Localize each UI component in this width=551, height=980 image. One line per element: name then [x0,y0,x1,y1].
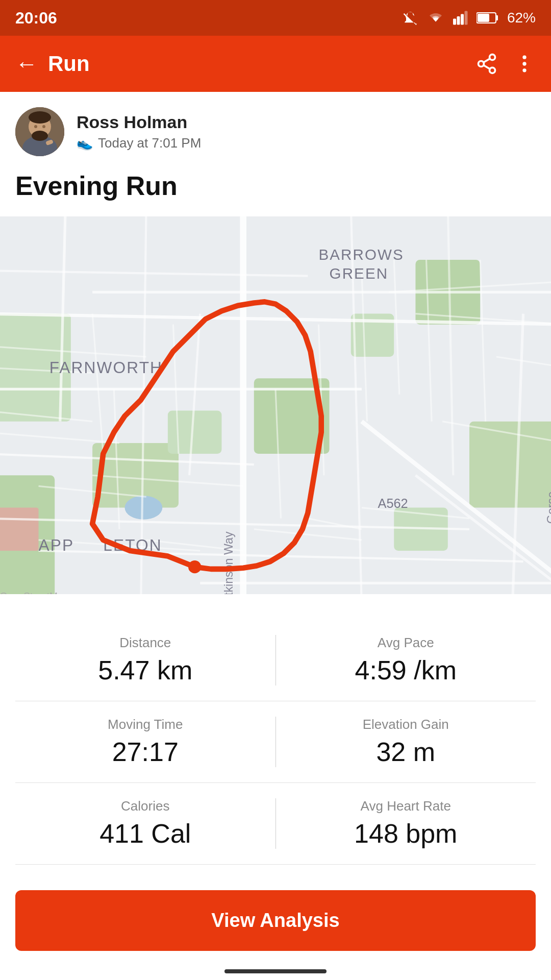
user-name: Ross Holman [77,112,201,132]
distance-value: 5.47 km [98,655,192,685]
heart-rate-label: Avg Heart Rate [361,798,451,814]
heart-rate-value: 148 bpm [354,818,457,849]
battery-text: 62% [507,10,536,26]
view-analysis-button[interactable]: View Analysis [15,890,536,951]
svg-text:APP: APP [39,536,74,554]
app-bar: ← Run [0,36,551,92]
avatar [15,107,64,156]
status-icons: 62% [402,10,536,26]
app-bar-actions [475,53,536,75]
back-button[interactable]: ← [15,53,38,75]
mute-icon [402,10,418,26]
calories-label: Calories [121,798,169,814]
stat-distance: Distance 5.47 km [15,635,276,685]
map-container[interactable]: BARROWS GREEN FARNWORTH APP LETON Watkin… [0,216,551,594]
svg-point-21 [42,125,45,128]
elevation-value: 32 m [376,737,435,767]
svg-rect-2 [461,14,464,25]
svg-rect-3 [464,11,467,25]
battery-icon [477,12,499,24]
stat-heart-rate: Avg Heart Rate 148 bpm [276,798,536,849]
svg-text:FARNWORTH: FARNWORTH [49,358,163,377]
svg-point-20 [34,125,37,128]
stats-row-2: Moving Time 27:17 Elevation Gain 32 m [15,701,536,783]
stats-section: Distance 5.47 km Avg Pace 4:59 /km Movin… [0,594,551,978]
signal-icon [453,11,468,25]
stat-elevation: Elevation Gain 32 m [276,717,536,767]
more-options-icon[interactable] [513,53,536,75]
svg-rect-0 [453,19,456,25]
shoe-icon: 👟 [77,135,93,151]
svg-rect-31 [469,422,551,508]
home-bar [224,969,327,973]
share-icon[interactable] [475,53,498,75]
svg-rect-6 [478,14,489,22]
stat-moving-time: Moving Time 27:17 [15,717,276,767]
user-info: Ross Holman 👟 Today at 7:01 PM [77,112,201,151]
svg-point-85 [188,560,201,573]
user-time-row: 👟 Today at 7:01 PM [77,135,201,151]
content-area: Ross Holman 👟 Today at 7:01 PM Evening R… [0,92,551,201]
svg-line-10 [484,65,490,69]
svg-text:BARROWS: BARROWS [318,246,404,263]
stats-row-1: Distance 5.47 km Avg Pace 4:59 /km [15,620,536,701]
svg-point-18 [29,111,51,124]
distance-label: Distance [119,635,171,651]
app-bar-left: ← Run [15,52,90,76]
svg-rect-5 [496,15,498,20]
svg-point-19 [32,131,48,141]
svg-point-12 [522,56,526,59]
status-bar: 20:06 62% [0,0,551,36]
activity-title: Evening Run [15,170,536,201]
status-time: 20:06 [15,9,57,28]
wifi-icon [427,11,445,25]
svg-text:© OpenStreetMap: © OpenStreetMap [0,591,68,594]
svg-rect-27 [168,411,222,454]
stat-avg-pace: Avg Pace 4:59 /km [276,635,536,685]
user-timestamp: Today at 7:01 PM [98,135,201,151]
avg-pace-value: 4:59 /km [355,655,457,685]
svg-line-11 [484,59,490,62]
svg-point-33 [124,496,162,519]
calories-value: 411 Cal [99,818,191,849]
svg-rect-34 [0,508,39,551]
home-indicator [15,961,536,978]
moving-time-value: 27:17 [112,737,179,767]
elevation-label: Elevation Gain [363,717,449,732]
user-row: Ross Holman 👟 Today at 7:01 PM [15,107,536,156]
stat-calories: Calories 411 Cal [15,798,276,849]
svg-rect-1 [457,16,460,25]
svg-text:GREEN: GREEN [330,265,389,282]
svg-point-14 [522,68,526,72]
svg-point-13 [522,62,526,65]
svg-text:Watkinson Way: Watkinson Way [222,531,235,594]
svg-text:Gorse: Gorse [545,492,551,524]
stats-row-3: Calories 411 Cal Avg Heart Rate 148 bpm [15,783,536,865]
app-bar-title: Run [48,52,90,76]
svg-text:A562: A562 [378,496,408,510]
map-svg: BARROWS GREEN FARNWORTH APP LETON Watkin… [0,216,551,594]
avg-pace-label: Avg Pace [378,635,434,651]
moving-time-label: Moving Time [108,717,183,732]
